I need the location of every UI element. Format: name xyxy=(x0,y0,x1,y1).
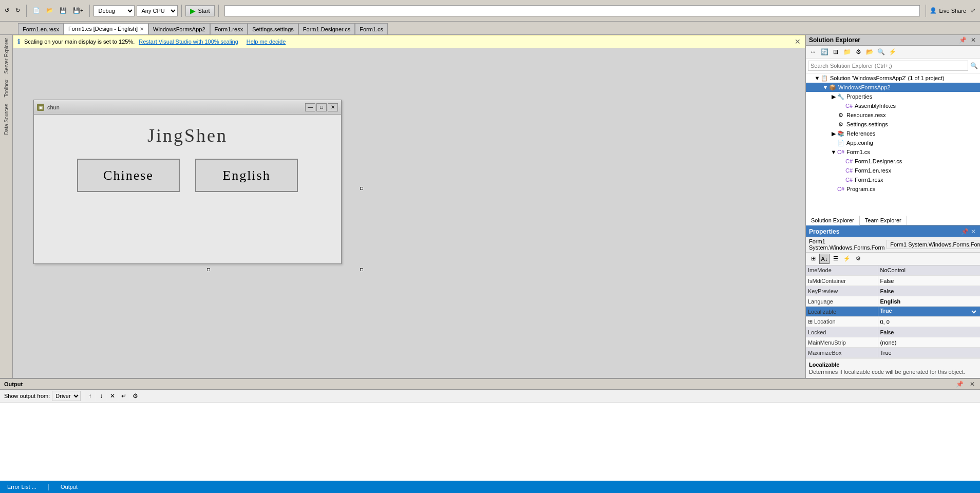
pin-button[interactable]: 📌 xyxy=(958,36,968,44)
prop-maximizebox[interactable]: MaximizeBox True xyxy=(806,348,980,358)
se-collapse-button[interactable]: ⊟ xyxy=(831,47,841,57)
props-scroll-area[interactable]: ImeMode NoControl IsMdiContainer False K… xyxy=(806,266,980,358)
prop-value[interactable]: (none) xyxy=(878,337,980,348)
tree-properties[interactable]: ▶ 🔧 Properties xyxy=(806,92,980,101)
help-link[interactable]: Help me decide xyxy=(247,39,286,45)
output-pin-button[interactable]: 📌 xyxy=(955,381,965,388)
debug-config-dropdown[interactable]: Debug xyxy=(93,5,135,16)
prop-value[interactable]: True xyxy=(878,348,980,358)
prop-location[interactable]: ⊞ Location 0, 0 xyxy=(806,317,980,327)
output-go-to-prev-button[interactable]: ↑ xyxy=(85,391,95,401)
open-button[interactable]: 📂 xyxy=(44,6,56,15)
props-pin-button[interactable]: 📌 xyxy=(960,228,970,235)
tab-form1-resx[interactable]: Form1.resx xyxy=(210,23,248,34)
prop-value[interactable]: 0, 0 xyxy=(878,317,980,327)
designed-form[interactable]: ▣ chun — □ ✕ JingShen Chinese English xyxy=(33,100,342,264)
sidebar-item-toolbox[interactable]: Toolbox xyxy=(3,77,10,100)
maximize-restore-button[interactable]: □ xyxy=(316,103,327,111)
prop-ismdicontainer[interactable]: IsMdiContainer False xyxy=(806,276,980,286)
chinese-button[interactable]: Chinese xyxy=(77,159,180,192)
prop-language[interactable]: Language English xyxy=(806,296,980,307)
tab-form1-en-resx[interactable]: Form1.en.resx xyxy=(18,23,64,34)
se-sync-button[interactable]: ↔ xyxy=(808,47,818,57)
tab-form1-designer[interactable]: Form1.Designer.cs xyxy=(298,23,355,34)
prop-value[interactable]: NoControl xyxy=(878,266,980,276)
tree-expand-project[interactable]: ▼ xyxy=(822,84,828,90)
tab-windowsformsapp2[interactable]: WindowsFormsApp2 xyxy=(148,23,210,34)
cpu-dropdown[interactable]: Any CPU xyxy=(137,5,178,16)
tree-settings[interactable]: ⚙ Settings.settings xyxy=(806,120,980,129)
tab-close-icon[interactable]: ✕ xyxy=(140,26,144,32)
tab-form1-design-english[interactable]: Form1.cs [Design - English] ✕ xyxy=(64,23,148,34)
se-pending-changes-button[interactable]: ⚡ xyxy=(887,47,897,57)
prop-localizable[interactable]: Localizable True ▼ xyxy=(806,307,980,317)
tree-app-config[interactable]: 📄 App.config xyxy=(806,138,980,147)
undo-button[interactable]: ↺ xyxy=(2,6,12,15)
output-settings-button[interactable]: ⚙ xyxy=(130,391,140,401)
close-panel-button[interactable]: ✕ xyxy=(970,36,977,44)
sidebar-item-data-sources[interactable]: Data Sources xyxy=(3,101,10,138)
status-error-list[interactable]: Error List ... xyxy=(4,483,40,491)
prop-keypreview[interactable]: KeyPreview False xyxy=(806,286,980,296)
props-property-pages-button[interactable]: ⚙ xyxy=(853,254,863,264)
localizable-dropdown[interactable]: ▼ xyxy=(969,308,978,316)
prop-value[interactable]: False xyxy=(878,327,980,337)
se-show-all-files-button[interactable]: 📁 xyxy=(842,47,852,57)
props-properties-button[interactable]: ☰ xyxy=(831,254,841,264)
maximize-button[interactable]: ⤢ xyxy=(968,6,978,15)
solution-search-input[interactable] xyxy=(808,61,968,71)
prop-value[interactable]: English xyxy=(878,296,980,307)
tree-program-cs[interactable]: C# Program.cs xyxy=(806,184,980,194)
props-events-button[interactable]: ⚡ xyxy=(842,254,852,264)
tree-form1-en-resx[interactable]: C# Form1.en.resx xyxy=(806,166,980,175)
tree-form1-designer[interactable]: C# Form1.Designer.cs xyxy=(806,157,980,166)
quick-launch-input[interactable] xyxy=(224,5,920,16)
props-type-select[interactable]: Form1 System.Windows.Forms.Form xyxy=(887,240,980,249)
tree-expand-references[interactable]: ▶ xyxy=(831,130,837,137)
tab-form1-cs[interactable]: Form1.cs xyxy=(355,23,388,34)
prop-value[interactable]: False xyxy=(878,276,980,286)
tree-expand-form1[interactable]: ▼ xyxy=(831,149,837,155)
tab-solution-explorer[interactable]: Solution Explorer xyxy=(806,216,860,225)
sidebar-item-server-explorer[interactable]: Server Explorer xyxy=(3,35,10,77)
selection-handle-right-center[interactable] xyxy=(360,187,363,190)
english-button[interactable]: English xyxy=(195,159,298,192)
live-share-button[interactable]: 👤 Live Share xyxy=(930,7,966,14)
props-alphabetical-button[interactable]: A↓ xyxy=(819,254,830,264)
save-button[interactable]: 💾 xyxy=(57,6,69,15)
close-button[interactable]: ✕ xyxy=(328,103,338,111)
redo-button[interactable]: ↻ xyxy=(13,6,23,15)
tab-settings[interactable]: Settings.settings xyxy=(248,23,298,34)
prop-mainmenustrip[interactable]: MainMenuStrip (none) xyxy=(806,337,980,348)
tree-form1-cs[interactable]: ▼ C# Form1.cs xyxy=(806,147,980,157)
tree-expand-solution[interactable]: ▼ xyxy=(814,75,820,81)
prop-locked[interactable]: Locked False xyxy=(806,327,980,337)
new-button[interactable]: 📄 xyxy=(30,6,43,15)
props-categorized-button[interactable]: ⊞ xyxy=(808,254,818,264)
selection-handle-bottom-center[interactable] xyxy=(207,268,210,271)
tree-resources[interactable]: ⚙ Resources.resx xyxy=(806,110,980,120)
restart-link[interactable]: Restart Visual Studio with 100% scaling xyxy=(139,39,238,45)
output-clear-button[interactable]: ✕ xyxy=(107,391,118,401)
tree-expand-properties[interactable]: ▶ xyxy=(831,93,837,100)
output-close-button[interactable]: ✕ xyxy=(969,381,976,388)
tab-team-explorer[interactable]: Team Explorer xyxy=(860,216,907,225)
prop-imemode[interactable]: ImeMode NoControl xyxy=(806,266,980,276)
se-open-folder-button[interactable]: 📂 xyxy=(864,47,875,57)
search-icon[interactable]: 🔍 xyxy=(970,62,978,69)
tree-assemblyinfo[interactable]: C# AssemblyInfo.cs xyxy=(806,101,980,110)
start-button[interactable]: ▶ Start xyxy=(185,5,214,16)
output-go-to-next-button[interactable]: ↓ xyxy=(96,391,106,401)
selection-handle-bottom-right[interactable] xyxy=(360,268,363,271)
solution-tree[interactable]: ▼ 📋 Solution 'WindowsFormsApp2' (1 of 1 … xyxy=(806,73,980,216)
output-source-select[interactable]: Driver xyxy=(52,391,81,401)
prop-value[interactable]: True ▼ xyxy=(878,307,980,317)
status-output[interactable]: Output xyxy=(58,483,81,491)
se-filter-button[interactable]: 🔍 xyxy=(876,47,886,57)
output-wrap-button[interactable]: ↵ xyxy=(119,391,129,401)
info-close-button[interactable]: ✕ xyxy=(795,37,801,46)
tree-references[interactable]: ▶ 📚 References xyxy=(806,129,980,138)
props-close-button[interactable]: ✕ xyxy=(970,228,977,235)
tree-form1-resx[interactable]: C# Form1.resx xyxy=(806,175,980,184)
tree-solution[interactable]: ▼ 📋 Solution 'WindowsFormsApp2' (1 of 1 … xyxy=(806,73,980,83)
